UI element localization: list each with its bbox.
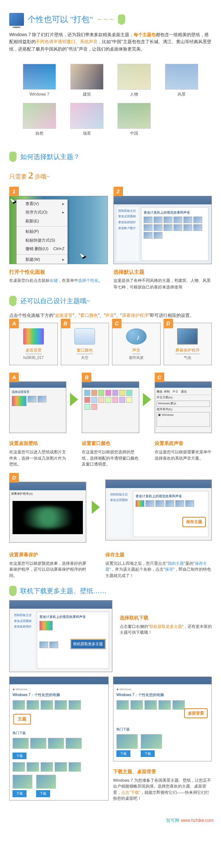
- menu-paste[interactable]: 粘贴(P): [17, 227, 67, 236]
- theme-item-scenery: 风景: [162, 64, 201, 98]
- col-b: B: [82, 373, 139, 433]
- footer-url: www.hzhike.com: [181, 818, 214, 823]
- screenshot-save: 控制面板主页 更改桌面图标 更改计算机上的视觉效果和声音 保存主题: [105, 480, 212, 540]
- section-2-title: 如何选择默认主题？: [20, 152, 80, 162]
- screensaver-preview: [13, 501, 83, 534]
- step-2-badge: 2: [113, 187, 123, 196]
- step-1-column: 1 查看(V) 排序方式(O) 刷新(E) 粘贴(P) 粘贴快捷方式(S) 撤销…: [9, 187, 108, 284]
- online-screenshot: 控制面板主页更改桌面图标更改鼠标指针 更改计算机上的视觉效果和声音 联机获取更多…: [9, 600, 112, 672]
- menu-paste-shortcut[interactable]: 粘贴快捷方式(S): [17, 236, 67, 245]
- step-1-desc: 在桌面空白处点击鼠标右键，在菜单中选择个性化。: [9, 277, 108, 284]
- badge-a: A: [9, 319, 19, 328]
- menu-undo[interactable]: 撤销 删除(U)Ctrl+Z: [17, 245, 67, 253]
- arrow-icon: [70, 393, 78, 406]
- de-row: D 屏幕保护程序(S) 控制面板主页 更改桌面图标 更改计算机上的视觉效果和声音: [9, 473, 212, 543]
- option-screensaver[interactable]: D 屏幕保护程序 气泡: [164, 323, 212, 365]
- screenshot-b: [82, 381, 139, 433]
- desc-c: 在这里您可以根据需要在菜单中选择喜欢的系统声音方案。: [155, 449, 212, 461]
- arrow-icon: [92, 501, 100, 514]
- de-desc-row: 设置屏幕保护 在这里您可以根据预览效果，选择喜好的屏幕保护程序，还可以启动屏幕保…: [9, 548, 212, 578]
- monitor-icon: [9, 13, 24, 26]
- two-steps-label: 只需要 2 步哦~: [9, 168, 212, 183]
- online-desc: 点击窗口右侧的"联机获取更多主题"，还有更丰富的主题可供下载哦！: [120, 623, 212, 636]
- step-2-screenshot: 控制面板主页 更改桌面图标 更改鼠标指针 更改帐户图片 更改计算机上的视觉效果和…: [113, 196, 212, 264]
- mouse-icon: [9, 296, 17, 306]
- options-row: A 桌面背景 hz0830_017 B 窗口颜色 天空 C 声音 都市风景 D …: [9, 323, 212, 365]
- design-intro: 点击个性化面板下方的"桌面背景"、"窗口颜色"、"声音"、"屏幕保护程序"即可进…: [9, 312, 212, 319]
- theme-thumb: [70, 64, 104, 90]
- theme-thumb: [70, 103, 104, 129]
- section-3-title: 还可以自己设计主题哦~: [20, 296, 90, 307]
- badge-d: D: [164, 319, 173, 328]
- theme-grid: Windows 7 建筑 人物 风景 自然 场景 中国: [9, 60, 212, 146]
- theme-item-people: 人物: [115, 64, 154, 98]
- bg-callout: 桌面背景: [184, 708, 208, 719]
- menu-new[interactable]: 新建(W): [17, 255, 67, 264]
- window-main: 更改计算机上的视觉效果和声音: [141, 207, 209, 261]
- step-2-title: 选择默认主题: [113, 268, 212, 276]
- menu-sort[interactable]: 排序方式(O): [17, 208, 67, 217]
- online-text: 选择联机下载 点击窗口右侧的"联机获取更多主题"，还有更丰富的主题可供下载哦！: [120, 600, 212, 636]
- screenshot-d: 屏幕保护程序(S): [9, 482, 86, 543]
- screenshot-c: 播放录制声音通信 声音方案(H): Windows 默认 程序事件(E): ▣ …: [155, 381, 212, 433]
- window-sidebar: 控制面板主页 更改桌面图标 更改鼠标指针 更改帐户图片: [117, 207, 139, 261]
- steps-row: 1 查看(V) 排序方式(O) 刷新(E) 粘贴(P) 粘贴快捷方式(S) 撤销…: [9, 187, 212, 290]
- sound-icon: [126, 328, 147, 345]
- desc-d: 在这里您可以根据预览效果，选择喜好的屏幕保护程序，还可以启动屏幕保护程序的时间。: [9, 560, 86, 579]
- theme-thumb: [23, 103, 56, 129]
- title-save: 保存主题: [105, 551, 212, 559]
- title-d: 设置屏幕保护: [9, 551, 86, 559]
- section-4-title: 联机下载更多主题、壁纸……: [20, 586, 106, 596]
- step-1-screenshot: 查看(V) 排序方式(O) 刷新(E) 粘贴(P) 粘贴快捷方式(S) 撤销 删…: [9, 196, 108, 264]
- mouse-icon: [118, 14, 125, 25]
- desktop-bg-icon: [23, 328, 44, 345]
- gallery-title: 下载主题、桌面背景: [113, 768, 212, 776]
- download-button[interactable]: 下载: [13, 753, 27, 759]
- window-color-icon: [74, 328, 95, 345]
- gallery-bg-screenshot: ◆ Windows Windows 7：个性化您的电脑 热门下载 下载 下载 桌…: [113, 677, 212, 761]
- title-a: 设置桌面壁纸: [9, 440, 66, 447]
- step-1-badge: 1: [9, 187, 19, 196]
- option-desktop-bg[interactable]: A 桌面背景 hz0830_017: [9, 323, 58, 365]
- gallery-themes-screenshot: ◆ Windows Windows 7：个性化您的电脑 热门下载 下载 下载 下…: [9, 677, 109, 800]
- option-sound[interactable]: C 声音 都市风景: [112, 323, 161, 365]
- save-theme-callout[interactable]: 保存主题: [182, 517, 206, 527]
- theme-thumb: [117, 103, 151, 129]
- option-window-color[interactable]: B 窗口颜色 天空: [61, 323, 109, 365]
- gallery-row: ◆ Windows Windows 7：个性化您的电脑 热门下载 下载 下载 下…: [9, 677, 212, 802]
- theme-item-windows7: Windows 7: [20, 64, 59, 98]
- badge-c: C: [155, 373, 164, 382]
- theme-item-scene: 场景: [68, 103, 106, 137]
- arrow-icon: [143, 393, 151, 406]
- theme-thumb: [117, 64, 151, 90]
- badge-d: D: [9, 473, 19, 483]
- theme-callout: 主题: [13, 714, 31, 725]
- theme-thumb: [165, 64, 198, 90]
- online-title: 选择联机下载: [120, 614, 212, 622]
- context-menu[interactable]: 查看(V) 排序方式(O) 刷新(E) 粘贴(P) 粘贴快捷方式(S) 撤销 删…: [16, 199, 68, 264]
- title-c: 设置系统声音: [155, 440, 212, 447]
- section-3-header: 还可以自己设计主题哦~: [9, 296, 212, 307]
- desc-b: 在这里您可以根据您选择的壁纸，选择相配的半透明窗口颜色及窗口透明度。: [82, 449, 139, 467]
- online-more-themes-link[interactable]: 联机获取更多主题: [71, 639, 105, 649]
- footer-brand: 智可网: [166, 818, 179, 823]
- section-1-title: 个性也可以 "打包": [28, 13, 93, 26]
- decorative-line: ～～～: [97, 14, 114, 25]
- menu-view[interactable]: 查看(V): [17, 200, 67, 208]
- window-sidebar: 控制面板主页 更改桌面图标: [109, 491, 131, 537]
- badge-b: B: [61, 319, 70, 328]
- menu-refresh[interactable]: 刷新(E): [17, 217, 67, 226]
- section-2-header: 如何选择默认主题？: [9, 152, 212, 162]
- badge-a: A: [9, 373, 19, 382]
- section-1-header: 个性也可以 "打包" ～～～: [9, 13, 212, 26]
- intro-paragraph: Windows 7 除了幻灯片壁纸，还为我们带来多款精美桌面主题，每个主题包都包…: [9, 31, 212, 53]
- step-2-column: 2 控制面板主页 更改桌面图标 更改鼠标指针 更改帐户图片 更改计算机上的视觉效…: [113, 187, 212, 290]
- online-row: 控制面板主页更改桌面图标更改鼠标指针 更改计算机上的视觉效果和声音 联机获取更多…: [9, 600, 212, 672]
- step-1-title: 打开个性化面板: [9, 268, 108, 276]
- badge-b: B: [82, 373, 91, 382]
- theme-thumb: [23, 64, 56, 90]
- gallery-text: 下载主题、桌面背景 Windows 7 为您准备了各国美景主题、壁纸，让您足不出…: [113, 765, 212, 802]
- desc-save: 设置完以上四项之后，您只需点击"我的主题"里的"保存主题"，并为该主题起个名称，…: [105, 560, 212, 579]
- screensaver-icon: [177, 328, 198, 345]
- theme-item-architecture: 建筑: [68, 64, 106, 98]
